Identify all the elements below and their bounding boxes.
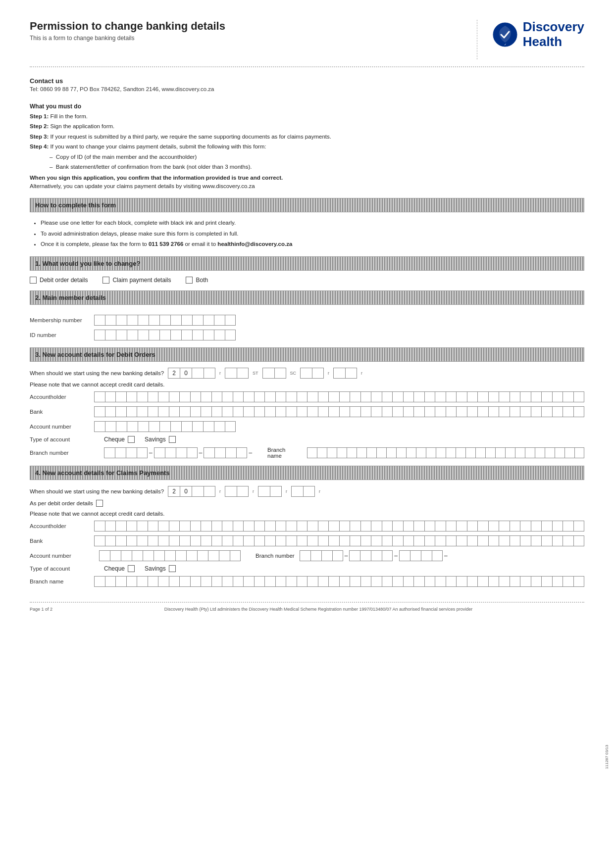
input-box[interactable]: [297, 535, 307, 546]
seg-box[interactable]: [159, 315, 170, 326]
input-box[interactable]: [105, 406, 116, 417]
input-box[interactable]: [307, 576, 318, 587]
input-box[interactable]: [286, 521, 297, 531]
input-box[interactable]: [179, 406, 190, 417]
input-box[interactable]: [243, 576, 254, 587]
seg-box[interactable]: [127, 421, 138, 432]
input-box[interactable]: [563, 535, 573, 546]
input-box[interactable]: [286, 535, 297, 546]
branch-name-box[interactable]: [317, 447, 327, 458]
input-box[interactable]: [264, 535, 275, 546]
branch-box[interactable]: [187, 447, 198, 458]
input-box[interactable]: [318, 521, 329, 531]
input-box[interactable]: [531, 576, 542, 587]
input-box[interactable]: [275, 576, 286, 587]
seg-box[interactable]: [105, 330, 116, 340]
seg-box[interactable]: [181, 330, 192, 340]
input-box[interactable]: [222, 391, 233, 402]
input-box[interactable]: [126, 521, 137, 531]
input-box[interactable]: [254, 521, 265, 531]
input-box[interactable]: [477, 406, 488, 417]
input-box[interactable]: [499, 521, 510, 531]
input-box[interactable]: [413, 535, 424, 546]
input-box[interactable]: [222, 535, 233, 546]
input-box[interactable]: [211, 391, 222, 402]
input-box[interactable]: [169, 535, 180, 546]
seg-box[interactable]: [99, 550, 110, 561]
input-box[interactable]: [499, 391, 510, 402]
input-box[interactable]: [510, 391, 520, 402]
branch-name-input-s4[interactable]: [94, 576, 584, 587]
input-box[interactable]: [552, 391, 563, 402]
branch-box[interactable]: [126, 447, 137, 458]
section4-date-extra2[interactable]: [258, 486, 282, 497]
seg-box[interactable]: [203, 421, 214, 432]
date-box[interactable]: [225, 486, 237, 497]
input-box[interactable]: [307, 391, 318, 402]
input-box[interactable]: [137, 535, 148, 546]
input-box[interactable]: [541, 576, 552, 587]
date-box[interactable]: [262, 368, 274, 379]
branch-box[interactable]: [165, 447, 176, 458]
branch-box[interactable]: [399, 550, 410, 561]
date-box[interactable]: [237, 486, 249, 497]
input-box[interactable]: [318, 391, 329, 402]
section3-date-extra2[interactable]: [333, 368, 357, 379]
date-box[interactable]: [312, 368, 324, 379]
input-box[interactable]: [286, 391, 297, 402]
both-checkbox[interactable]: [186, 277, 193, 284]
input-box[interactable]: [488, 576, 499, 587]
branch-name-box[interactable]: [386, 447, 396, 458]
input-box[interactable]: [158, 406, 169, 417]
input-box[interactable]: [392, 391, 403, 402]
input-box[interactable]: [264, 391, 275, 402]
input-box[interactable]: [531, 406, 542, 417]
branch-name-box[interactable]: [505, 447, 515, 458]
branch-box[interactable]: [321, 550, 332, 561]
input-box[interactable]: [563, 521, 573, 531]
date-box[interactable]: [333, 368, 345, 379]
input-box[interactable]: [126, 406, 137, 417]
input-box[interactable]: [467, 535, 478, 546]
input-box[interactable]: [403, 535, 414, 546]
input-box[interactable]: [339, 535, 350, 546]
input-box[interactable]: [413, 576, 424, 587]
input-box[interactable]: [158, 521, 169, 531]
input-box[interactable]: [275, 535, 286, 546]
seg-box[interactable]: [94, 315, 105, 326]
input-box[interactable]: [488, 521, 499, 531]
date-box-empty2[interactable]: [204, 368, 215, 379]
savings-checkbox-s4[interactable]: [169, 565, 176, 572]
input-box[interactable]: [94, 521, 105, 531]
seg-box[interactable]: [159, 330, 170, 340]
input-box[interactable]: [94, 576, 105, 587]
input-box[interactable]: [115, 406, 126, 417]
input-box[interactable]: [360, 391, 371, 402]
input-box[interactable]: [435, 521, 446, 531]
input-box[interactable]: [510, 521, 520, 531]
seg-box[interactable]: [116, 421, 127, 432]
branch-name-box[interactable]: [535, 447, 545, 458]
input-box[interactable]: [446, 576, 457, 587]
date-box[interactable]: [237, 368, 249, 379]
branch-box[interactable]: [410, 550, 421, 561]
seg-box[interactable]: [94, 421, 105, 432]
input-box[interactable]: [243, 406, 254, 417]
branch-name-box[interactable]: [574, 447, 584, 458]
input-box[interactable]: [371, 521, 382, 531]
seg-box[interactable]: [143, 550, 154, 561]
input-box[interactable]: [115, 576, 126, 587]
branch-box[interactable]: [214, 447, 225, 458]
input-box[interactable]: [424, 535, 435, 546]
seg-box[interactable]: [116, 315, 127, 326]
input-box[interactable]: [286, 576, 297, 587]
input-box[interactable]: [382, 535, 393, 546]
input-box[interactable]: [552, 576, 563, 587]
input-box[interactable]: [169, 521, 180, 531]
input-box[interactable]: [328, 576, 339, 587]
branch-box[interactable]: [332, 550, 343, 561]
id-input[interactable]: [94, 330, 236, 340]
input-box[interactable]: [148, 576, 158, 587]
section3-date-extra1[interactable]: [300, 368, 324, 379]
input-box[interactable]: [264, 576, 275, 587]
